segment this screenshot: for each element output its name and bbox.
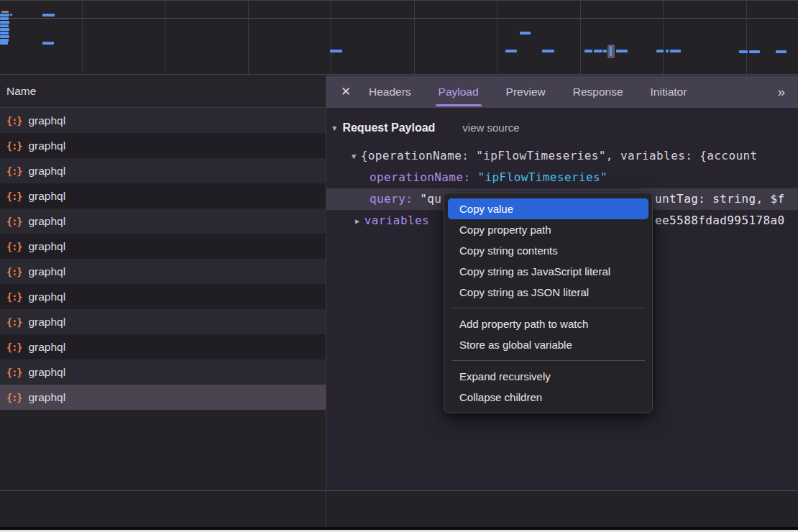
request-name: graphql — [28, 240, 65, 253]
request-list: {:}graphql{:}graphql{:}graphql{:}graphql… — [0, 108, 326, 490]
json-braces-icon: {:} — [6, 140, 22, 152]
json-braces-icon: {:} — [6, 341, 22, 353]
request-timing-bar[interactable] — [656, 50, 664, 52]
section-title: Request Payload — [342, 121, 435, 134]
menu-item-copy-string-as-javascript-literal[interactable]: Copy string as JavaScript literal — [448, 261, 648, 282]
expand-triangle-icon[interactable]: ▶ — [355, 210, 360, 231]
network-overview-timeline[interactable] — [0, 0, 798, 75]
request-row[interactable]: {:}graphql — [0, 259, 326, 284]
json-key: operationName: — [370, 170, 470, 184]
tab-preview[interactable]: Preview — [492, 75, 559, 108]
menu-separator — [451, 308, 645, 308]
more-tabs-icon[interactable]: » — [777, 84, 785, 100]
request-row[interactable]: {:}graphql — [0, 133, 326, 158]
tab-initiator[interactable]: Initiator — [637, 75, 701, 108]
overview-gridline — [331, 1, 331, 75]
request-timing-bar[interactable] — [670, 50, 681, 52]
overview-gridline — [497, 1, 497, 75]
request-timing-bar[interactable] — [0, 17, 9, 20]
request-timing-bar[interactable] — [776, 50, 786, 53]
menu-item-add-property-path-to-watch[interactable]: Add property path to watch — [448, 313, 648, 334]
request-timing-bar[interactable] — [0, 24, 9, 27]
request-timing-bar[interactable] — [542, 50, 554, 52]
overview-gridline — [248, 1, 249, 75]
request-row[interactable]: {:}graphql — [0, 309, 326, 334]
menu-item-store-as-global-variable[interactable]: Store as global variable — [448, 334, 648, 355]
request-timing-bar[interactable] — [1, 11, 9, 13]
payload-row-operation-name[interactable]: operationName: "ipFlowTimeseries" — [326, 167, 798, 188]
request-row[interactable]: {:}graphql — [0, 208, 326, 234]
request-row[interactable]: {:}graphql — [0, 183, 326, 208]
collapse-triangle-icon[interactable]: ▼ — [331, 117, 338, 139]
json-string-value — [413, 192, 420, 206]
request-timing-bar[interactable] — [603, 50, 607, 52]
request-timing-bar[interactable] — [0, 21, 9, 24]
request-row[interactable]: {:}graphql — [0, 158, 326, 183]
json-string-value: "ipFlowTimeseries" — [478, 170, 608, 184]
request-timing-bar[interactable] — [0, 42, 8, 45]
request-row[interactable]: {:}graphql — [0, 385, 326, 410]
request-timing-bar[interactable] — [0, 14, 9, 17]
request-timing-bar[interactable] — [0, 28, 9, 31]
menu-item-copy-string-contents[interactable]: Copy string contents — [448, 240, 648, 261]
tab-payload[interactable]: Payload — [425, 75, 492, 108]
json-string-value — [470, 170, 477, 184]
request-timing-bar[interactable] — [666, 50, 669, 52]
request-timing-bar[interactable] — [739, 50, 748, 53]
request-timing-bar[interactable] — [0, 35, 9, 38]
request-name: graphql — [28, 114, 65, 127]
request-row[interactable]: {:}graphql — [0, 359, 326, 385]
menu-item-copy-string-as-json-literal[interactable]: Copy string as JSON literal — [448, 282, 648, 303]
overview-gridline — [580, 1, 581, 75]
request-name: graphql — [28, 391, 65, 404]
json-string-value-tail: untTag: string, $f — [655, 188, 785, 210]
selected-request-marker-line — [610, 46, 612, 56]
request-name: graphql — [28, 190, 65, 203]
request-timing-bar[interactable] — [584, 50, 592, 52]
request-timing-bar[interactable] — [520, 32, 531, 35]
column-divider[interactable] — [326, 75, 326, 527]
menu-item-collapse-children[interactable]: Collapse children — [448, 387, 648, 408]
payload-root-row[interactable]: ▼{operationName: "ipFlowTimeseries", var… — [326, 145, 798, 167]
overview-gridline — [746, 1, 747, 75]
request-timing-bar[interactable] — [505, 50, 517, 52]
request-timing-bar[interactable] — [10, 14, 12, 16]
tab-response[interactable]: Response — [559, 75, 637, 108]
request-row[interactable]: {:}graphql — [0, 334, 326, 359]
json-braces-icon: {:} — [6, 216, 22, 227]
request-name: graphql — [28, 165, 65, 178]
request-row[interactable]: {:}graphql — [0, 234, 326, 259]
request-timing-bar[interactable] — [749, 50, 760, 53]
request-name: graphql — [28, 316, 65, 329]
json-braces-icon: {:} — [6, 266, 22, 278]
request-timing-bar[interactable] — [330, 50, 342, 52]
request-row[interactable]: {:}graphql — [0, 108, 326, 133]
close-icon[interactable]: ✕ — [336, 84, 355, 99]
json-braces-icon: {:} — [6, 367, 22, 378]
collapse-triangle-icon[interactable]: ▼ — [352, 145, 357, 167]
request-name: graphql — [28, 290, 65, 303]
menu-item-expand-recursively[interactable]: Expand recursively — [448, 366, 648, 387]
request-timing-bar[interactable] — [42, 14, 55, 17]
json-braces-icon: {:} — [6, 392, 22, 403]
request-name: graphql — [28, 265, 65, 278]
menu-item-copy-value[interactable]: Copy value — [448, 198, 648, 219]
json-braces-icon: {:} — [6, 165, 22, 177]
request-timing-bar[interactable] — [0, 32, 9, 35]
view-source-link[interactable]: view source — [462, 121, 519, 134]
name-column-header[interactable]: Name — [0, 75, 326, 108]
summary-bar-divider — [0, 490, 798, 491]
overview-gridline — [414, 1, 415, 75]
overview-gridline — [165, 1, 165, 75]
request-payload-section[interactable]: ▼Request Payloadview source — [326, 117, 798, 139]
detail-tabs: ✕ HeadersPayloadPreviewResponseInitiator… — [326, 75, 798, 108]
request-timing-bar[interactable] — [594, 50, 602, 52]
request-timing-bar[interactable] — [42, 42, 54, 45]
tab-headers[interactable]: Headers — [355, 75, 425, 108]
menu-item-copy-property-path[interactable]: Copy property path — [448, 219, 648, 240]
context-menu: Copy valueCopy property pathCopy string … — [444, 193, 653, 413]
request-row[interactable]: {:}graphql — [0, 284, 326, 309]
request-timing-bar[interactable] — [616, 50, 628, 52]
json-braces-icon: {:} — [6, 316, 22, 328]
name-column-label: Name — [6, 85, 36, 97]
